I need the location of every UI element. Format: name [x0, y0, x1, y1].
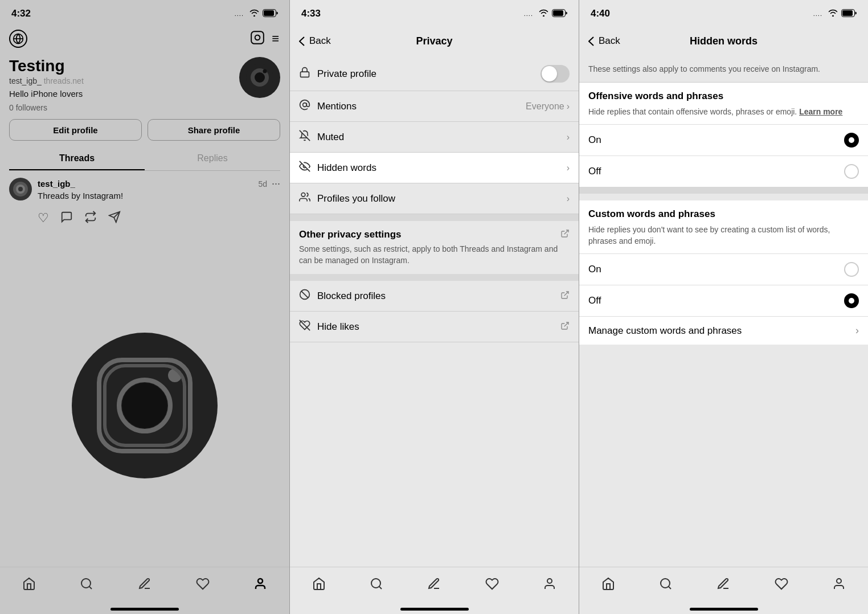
mentions-chevron: › — [567, 101, 570, 112]
custom-on-radio[interactable] — [844, 262, 859, 277]
custom-on-option[interactable]: On — [579, 253, 868, 285]
bottom-nav-3 — [579, 567, 868, 614]
repost-icon[interactable] — [84, 211, 97, 227]
nav-compose-3[interactable] — [716, 577, 730, 593]
nav-home-1[interactable] — [22, 577, 36, 593]
custom-off-option[interactable]: Off — [579, 285, 868, 316]
instagram-icon[interactable] — [250, 30, 265, 47]
svg-point-44 — [837, 579, 841, 583]
custom-title: Custom words and phrases — [579, 200, 868, 224]
thread-content: test_igb_ 5d ··· Threads by Instagram! — [38, 178, 280, 204]
nav-activity-1[interactable] — [196, 577, 210, 593]
nav-bar-privacy: Back Privacy — [290, 25, 579, 57]
offensive-on-radio[interactable] — [844, 133, 859, 148]
nav-activity-3[interactable] — [775, 577, 788, 593]
blocked-label: Blocked profiles — [317, 290, 560, 302]
bell-off-icon — [299, 130, 317, 144]
battery-icon-3 — [841, 9, 857, 19]
settings-item-hidden-words[interactable]: Hidden words › — [290, 153, 579, 183]
nav-compose-2[interactable] — [427, 577, 441, 593]
like-icon[interactable]: ♡ — [38, 211, 49, 227]
svg-point-42 — [661, 579, 670, 588]
nav-profile-3[interactable] — [832, 577, 846, 593]
other-privacy-section: Other privacy settings Some settings, su… — [290, 221, 579, 274]
globe-icon[interactable] — [9, 30, 27, 48]
menu-icon[interactable]: ≡ — [272, 31, 280, 46]
offensive-on-option[interactable]: On — [579, 124, 868, 155]
profile-avatar — [239, 57, 280, 98]
back-button-privacy[interactable]: Back — [299, 35, 331, 47]
nav-search-2[interactable] — [370, 577, 383, 593]
external-link-icon — [560, 229, 570, 240]
bottom-nav-1 — [0, 567, 289, 614]
thread-handle: test_igb_ — [38, 179, 75, 189]
time-1: 4:32 — [11, 8, 31, 19]
mentions-value: Everyone — [526, 101, 564, 112]
other-privacy-title: Other privacy settings — [299, 229, 570, 240]
status-bar-2: 4:33 .... — [290, 0, 579, 25]
block-icon — [299, 289, 317, 303]
people-icon — [299, 191, 317, 206]
signal-icon: .... — [235, 10, 246, 17]
svg-line-43 — [669, 587, 671, 589]
tab-threads[interactable]: Threads — [9, 148, 145, 170]
mentions-label: Mentions — [317, 101, 526, 112]
settings-item-profiles-follow[interactable]: Profiles you follow › — [290, 183, 579, 214]
svg-line-28 — [300, 130, 310, 141]
privacy-title: Privacy — [416, 35, 452, 47]
eye-off-icon — [299, 161, 317, 175]
custom-off-radio[interactable] — [844, 293, 859, 308]
nav-home-2[interactable] — [312, 577, 326, 593]
thread-more-icon[interactable]: ··· — [272, 178, 280, 190]
settings-item-mentions[interactable]: Mentions Everyone › — [290, 91, 579, 122]
manage-custom-label: Manage custom words and phrases — [588, 325, 855, 337]
svg-line-38 — [379, 587, 382, 589]
status-icons-2: .... — [524, 9, 567, 19]
nav-home-3[interactable] — [601, 577, 615, 593]
svg-rect-25 — [553, 10, 563, 16]
svg-point-9 — [263, 69, 267, 73]
panel-privacy: 4:33 .... — [289, 0, 579, 614]
edit-profile-button[interactable]: Edit profile — [9, 119, 142, 141]
nav-bar-hidden-words: Back Hidden words — [579, 25, 868, 57]
private-profile-toggle[interactable] — [541, 65, 570, 83]
nav-search-3[interactable] — [659, 577, 673, 593]
svg-point-12 — [18, 187, 23, 191]
home-indicator-1 — [110, 608, 179, 611]
tab-replies[interactable]: Replies — [145, 148, 280, 170]
offensive-off-label: Off — [588, 166, 844, 177]
svg-line-31 — [564, 230, 568, 234]
nav-activity-2[interactable] — [485, 577, 499, 593]
nav-profile-2[interactable] — [543, 577, 556, 593]
nav-compose-1[interactable] — [138, 577, 152, 593]
svg-rect-41 — [842, 10, 853, 16]
comment-icon[interactable] — [60, 211, 73, 227]
settings-item-private-profile[interactable]: Private profile — [290, 57, 579, 91]
share-profile-button[interactable]: Share profile — [148, 119, 280, 141]
wifi-icon — [249, 9, 259, 18]
offensive-off-radio[interactable] — [844, 164, 859, 179]
nav-search-1[interactable] — [80, 577, 93, 593]
instagram-logo-large — [0, 231, 289, 614]
settings-item-blocked[interactable]: Blocked profiles — [290, 281, 579, 312]
settings-item-muted[interactable]: Muted › — [290, 122, 579, 153]
hide-likes-label: Hide likes — [317, 321, 560, 333]
manage-custom-item[interactable]: Manage custom words and phrases › — [579, 316, 868, 345]
thread-text: Threads by Instagram! — [38, 191, 280, 200]
svg-rect-26 — [301, 72, 309, 77]
profile-main: Testing test_igb_ threads.net Hello iPho… — [0, 52, 289, 119]
thread-avatar — [9, 178, 32, 200]
learn-more-link[interactable]: Learn more — [799, 107, 842, 116]
back-button-hidden-words[interactable]: Back — [588, 35, 620, 47]
offensive-title: Offensive words and phrases — [579, 83, 868, 107]
custom-subtitle: Hide replies you don't want to see by cr… — [579, 224, 868, 253]
settings-item-hide-likes[interactable]: Hide likes — [290, 312, 579, 342]
nav-profile-1[interactable] — [253, 577, 267, 593]
battery-icon-2 — [552, 9, 567, 19]
offensive-off-option[interactable]: Off — [579, 155, 868, 187]
profiles-follow-label: Profiles you follow — [317, 193, 567, 204]
share-icon[interactable] — [108, 211, 121, 227]
svg-point-39 — [547, 579, 552, 583]
thread-time: 5d — [258, 179, 267, 189]
wifi-icon-3 — [828, 9, 838, 18]
